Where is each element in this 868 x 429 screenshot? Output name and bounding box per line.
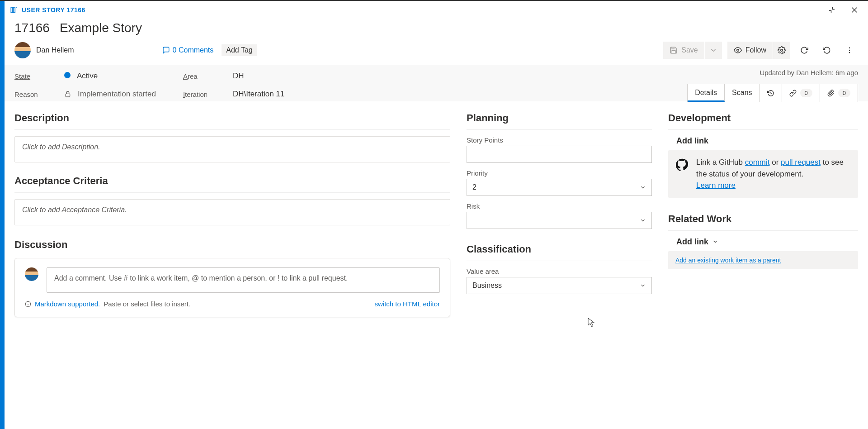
value-area-label: Value area <box>467 267 652 275</box>
save-icon <box>670 46 678 54</box>
chevron-down-icon <box>712 238 718 245</box>
development-add-link-button[interactable]: Add link <box>676 136 858 146</box>
svg-rect-1 <box>14 7 15 13</box>
switch-to-html-editor-link[interactable]: switch to HTML editor <box>375 300 440 308</box>
area-field[interactable]: Area DH <box>183 72 284 81</box>
svg-rect-0 <box>11 7 13 13</box>
tab-details[interactable]: Details <box>688 84 725 102</box>
state-field[interactable]: State Active <box>14 72 156 81</box>
attachment-icon <box>827 90 835 97</box>
priority-dropdown[interactable]: 2 <box>467 179 652 196</box>
state-label: State <box>14 72 46 80</box>
tab-links[interactable]: 0 <box>782 84 820 102</box>
gear-icon <box>778 46 786 54</box>
more-vertical-icon <box>845 46 854 54</box>
risk-dropdown[interactable] <box>467 212 652 229</box>
history-icon <box>767 90 774 97</box>
svg-point-7 <box>849 48 850 48</box>
reason-field[interactable]: Reason Implementation started <box>14 90 156 99</box>
reason-label: Reason <box>14 91 46 98</box>
details-left-column: Description Click to add Description. Ac… <box>14 112 450 418</box>
attachments-count: 0 <box>838 89 850 97</box>
svg-point-8 <box>849 50 850 51</box>
chevron-down-icon <box>640 184 646 191</box>
close-button[interactable] <box>844 3 864 17</box>
dialog-title-bar: USER STORY 17166 <box>5 1 868 19</box>
story-points-label: Story Points <box>467 136 652 144</box>
value-area-dropdown[interactable]: Business <box>467 277 652 294</box>
markdown-hint-text: Paste or select files to insert. <box>104 300 190 308</box>
current-user-avatar <box>25 267 38 281</box>
info-icon <box>25 301 31 307</box>
refresh-button[interactable] <box>796 42 813 59</box>
follow-settings-button[interactable] <box>773 42 790 59</box>
risk-label: Risk <box>467 202 652 210</box>
acceptance-criteria-heading: Acceptance Criteria <box>14 175 450 187</box>
exit-fullscreen-button[interactable] <box>822 3 842 17</box>
tab-history[interactable] <box>760 84 782 102</box>
classification-heading: Classification <box>467 243 652 255</box>
eye-icon <box>734 46 742 54</box>
discussion-card: Add a comment. Use # to link a work item… <box>14 258 450 317</box>
refresh-icon <box>800 46 808 54</box>
comments-link[interactable]: 0 Comments <box>162 46 214 54</box>
undo-button[interactable] <box>818 42 835 59</box>
work-item-title[interactable]: Example Story <box>60 21 142 35</box>
tab-scans[interactable]: Scans <box>725 84 760 102</box>
github-pr-link[interactable]: pull request <box>781 158 821 167</box>
undo-icon <box>823 46 831 54</box>
related-work-add-link-button[interactable]: Add link <box>676 237 858 247</box>
github-commit-link[interactable]: commit <box>745 158 770 167</box>
github-learn-more-link[interactable]: Learn more <box>696 181 736 190</box>
save-button: Save <box>663 42 704 59</box>
description-input[interactable]: Click to add Description. <box>14 136 450 162</box>
chevron-down-icon <box>709 46 717 54</box>
work-item-id: 17166 <box>14 21 50 35</box>
priority-label: Priority <box>467 169 652 177</box>
details-right-column: Development Add link Link a GitHub commi… <box>668 112 858 418</box>
updated-by-text[interactable]: Updated by Dan Hellem: 6m ago <box>760 69 858 76</box>
svg-point-6 <box>781 49 783 52</box>
tab-attachments[interactable]: 0 <box>820 84 858 102</box>
assignee-name[interactable]: Dan Hellem <box>36 46 74 54</box>
github-icon <box>675 158 689 172</box>
github-hint-card: Link a GitHub commit or pull request to … <box>668 150 858 198</box>
breadcrumb[interactable]: USER STORY 17166 <box>22 6 85 14</box>
comment-input[interactable]: Add a comment. Use # to link a work item… <box>47 267 440 293</box>
svg-point-9 <box>849 52 850 53</box>
more-actions-button[interactable] <box>841 42 858 59</box>
links-count: 0 <box>800 89 812 97</box>
assignee-avatar[interactable] <box>14 42 31 58</box>
svg-rect-10 <box>66 94 70 97</box>
state-color-dot <box>64 72 71 78</box>
work-item-heading: 17166 Example Story <box>5 19 868 42</box>
mouse-cursor <box>588 318 596 328</box>
user-story-icon <box>10 6 18 14</box>
comment-icon <box>162 46 170 54</box>
lock-icon <box>64 91 71 98</box>
development-heading: Development <box>668 112 858 124</box>
related-work-heading: Related Work <box>668 213 858 225</box>
chevron-down-icon <box>640 217 646 224</box>
follow-button[interactable]: Follow <box>727 42 773 59</box>
story-points-input[interactable] <box>467 146 652 163</box>
work-item-tabs: Details Scans 0 0 <box>687 84 858 102</box>
link-icon <box>789 90 797 97</box>
discussion-heading: Discussion <box>14 239 450 251</box>
details-middle-column: Planning Story Points Priority 2 Risk <box>467 112 652 418</box>
planning-heading: Planning <box>467 112 652 124</box>
save-split-button <box>705 42 722 59</box>
add-existing-work-item-parent-link[interactable]: Add an existing work item as a parent <box>675 257 781 264</box>
iteration-label: Iteration <box>183 91 215 98</box>
area-label: Area <box>183 72 215 80</box>
work-item-type-color-bar <box>0 1 5 429</box>
description-heading: Description <box>14 112 450 124</box>
acceptance-criteria-input[interactable]: Click to add Acceptance Criteria. <box>14 199 450 225</box>
iteration-field[interactable]: Iteration DH\Iteration 11 <box>183 90 284 99</box>
add-tag-button[interactable]: Add Tag <box>222 44 257 56</box>
markdown-supported-link[interactable]: Markdown supported. <box>35 300 100 308</box>
chevron-down-icon <box>640 282 646 289</box>
svg-point-5 <box>737 49 739 52</box>
